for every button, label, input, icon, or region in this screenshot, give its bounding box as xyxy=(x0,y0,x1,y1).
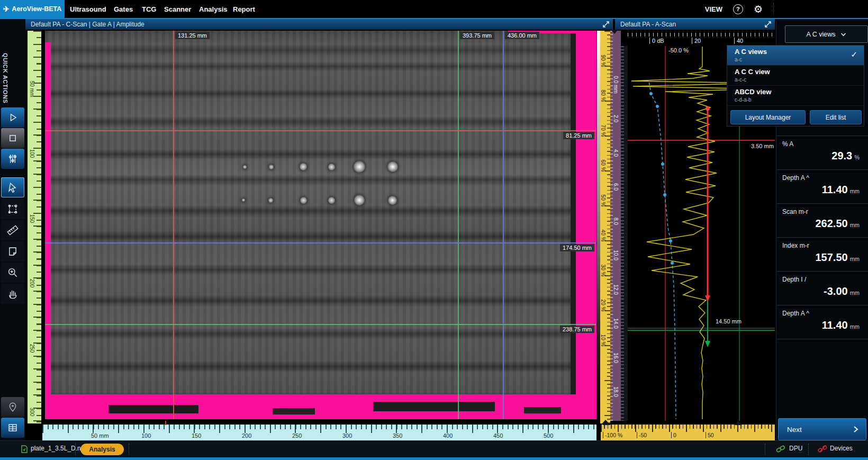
gate-a-depth-label: 3.50 mm xyxy=(751,143,774,149)
app-name: AeroView-BETA xyxy=(12,5,61,13)
help-icon[interactable]: ? xyxy=(733,4,743,14)
play-button[interactable] xyxy=(1,107,24,128)
measurement-unit: mm xyxy=(850,256,860,262)
position-tool-button[interactable] xyxy=(1,397,24,417)
cursor-arrow-icon xyxy=(6,181,20,194)
measurement-separator xyxy=(777,169,868,170)
menu-analysis[interactable]: Analysis xyxy=(199,0,227,18)
top-menu-bar: ✈ AeroView-BETA Ultrasound Gates TCG Sca… xyxy=(0,0,868,18)
measurement-separator xyxy=(777,136,868,136)
file-icon xyxy=(21,445,28,453)
measurement-unit: % xyxy=(854,154,860,160)
defect-dot xyxy=(328,164,335,170)
next-button[interactable]: Next xyxy=(778,418,866,440)
ruler-label: 40 xyxy=(734,38,743,44)
cscan-image[interactable]: 131.25 mm393.75 mm436.00 mm81.25 mm174.5… xyxy=(45,31,596,419)
analysis-mode-badge[interactable]: Analysis xyxy=(80,444,124,455)
status-separator xyxy=(129,444,129,455)
checkmark-icon: ✓ xyxy=(851,50,857,59)
ascan-titlebar[interactable]: Default PA - A-Scan xyxy=(615,19,775,30)
measurement-unit: mm xyxy=(850,188,860,194)
cscan-cursor-label[interactable]: 393.75 mm xyxy=(460,32,494,39)
selection-box-icon xyxy=(6,202,20,216)
zoom-tool-button[interactable] xyxy=(1,263,24,283)
layout-settings-button[interactable] xyxy=(1,149,24,169)
ruler-label: 100 xyxy=(29,149,35,158)
view-menu[interactable]: VIEW xyxy=(705,0,722,18)
cscan-cursor-label[interactable]: 81.25 mm xyxy=(563,132,594,139)
cscan-title: Default PA - C-Scan | Gate A | Amplitude xyxy=(31,21,144,28)
ruler-label: 0.0 mm xyxy=(613,76,619,93)
stop-icon xyxy=(6,131,20,145)
ruler-label: 200 xyxy=(29,279,35,288)
hand-icon xyxy=(6,287,20,301)
measurement-label: Scan m-r xyxy=(782,208,808,215)
cscan-cursor-line[interactable] xyxy=(45,130,596,131)
app-tab[interactable]: ✈ AeroView-BETA xyxy=(0,0,65,18)
cscan-cursor-label[interactable]: 436.00 mm xyxy=(505,32,539,39)
dropdown-option-acc-view[interactable]: A C C view a-c-c xyxy=(727,66,864,86)
cscan-cursor-label[interactable]: 174.50 mm xyxy=(560,244,594,251)
cscan-bottom-gap xyxy=(524,407,561,413)
ruler-label: 20 % xyxy=(600,300,606,312)
selection-tool-button[interactable] xyxy=(1,199,24,219)
ruler-label: 0 xyxy=(671,432,676,438)
menu-report[interactable]: Report xyxy=(233,0,255,18)
cscan-saturation-left xyxy=(45,42,51,396)
cscan-cursor-line[interactable] xyxy=(503,31,504,419)
measure-tool-button[interactable] xyxy=(1,220,24,240)
menu-tcg[interactable]: TCG xyxy=(142,0,156,18)
cscan-index-ruler: 50 mm100150200250300 xyxy=(28,31,41,423)
pointer-tool-button[interactable] xyxy=(1,177,24,197)
measurement-label: Index m-r xyxy=(782,242,809,249)
cscan-bottom-gap xyxy=(373,402,495,411)
cscan-saturation-right xyxy=(576,31,596,419)
depth-ruler-marker xyxy=(611,30,618,34)
defect-dot xyxy=(242,199,245,202)
measurement-value: -3.00mm xyxy=(782,285,860,297)
ruler-label: 60 % xyxy=(600,160,606,172)
defect-dot xyxy=(328,197,335,204)
cscan-cursor-label[interactable]: 131.25 mm xyxy=(175,32,210,39)
ruler-label: 70 % xyxy=(600,125,606,137)
menu-gates[interactable]: Gates xyxy=(114,0,133,18)
gear-icon[interactable]: ⚙ xyxy=(754,4,763,14)
measurement-value: 11.40mm xyxy=(782,319,860,331)
ruler-label: 4.0 xyxy=(613,149,619,157)
cscan-cursor-line[interactable] xyxy=(45,324,596,325)
ascan-amplitude-ruler: -100 %-50050 xyxy=(601,425,775,440)
measurement-value: 29.3% xyxy=(782,150,860,162)
dropdown-option-abcd-view[interactable]: ABCD view c-d-a-b xyxy=(727,86,864,106)
ruler-label: 8.0 xyxy=(613,218,619,225)
dropdown-option-ac-views[interactable]: A C views a-c ✓ xyxy=(727,46,864,66)
cscan-edge-shadow xyxy=(571,31,576,419)
ruler-label: 500 xyxy=(544,432,553,439)
depth-track-point xyxy=(661,163,664,166)
expand-icon[interactable] xyxy=(602,21,610,28)
chevron-down-icon xyxy=(840,32,846,37)
dpu-connected-icon xyxy=(776,445,785,453)
view-layout-select[interactable]: A C views xyxy=(785,25,868,43)
cscan-cursor-line[interactable] xyxy=(45,242,596,243)
ruler-label: 100 xyxy=(141,432,151,439)
ruler-label: 0 dB xyxy=(649,38,664,44)
ruler-label: 14.0 xyxy=(613,318,619,328)
cscan-cursor-label[interactable]: 238.75 mm xyxy=(560,326,594,333)
devices-status: Devices xyxy=(830,445,853,452)
cscan-cursor-line[interactable] xyxy=(173,31,174,419)
edit-list-button[interactable]: Edit list xyxy=(810,110,862,124)
measurement-value: 11.40mm xyxy=(782,184,860,196)
menu-ultrasound[interactable]: Ultrasound xyxy=(70,0,106,18)
ruler-label: 20 xyxy=(692,38,701,44)
layout-manager-button[interactable]: Layout Manager xyxy=(730,110,806,124)
annotation-tool-button[interactable] xyxy=(1,241,24,261)
pan-tool-button[interactable] xyxy=(1,284,24,304)
data-table-button[interactable] xyxy=(1,418,24,438)
stop-button[interactable] xyxy=(1,128,24,148)
cscan-cursor-line[interactable] xyxy=(458,31,459,419)
menu-scanner[interactable]: Scanner xyxy=(164,0,191,18)
cscan-titlebar[interactable]: Default PA - C-Scan | Gate A | Amplitude xyxy=(25,19,613,30)
expand-icon[interactable] xyxy=(764,21,772,28)
ruler-label: 350 xyxy=(393,432,402,439)
ruler-label: 80 % xyxy=(600,90,606,102)
